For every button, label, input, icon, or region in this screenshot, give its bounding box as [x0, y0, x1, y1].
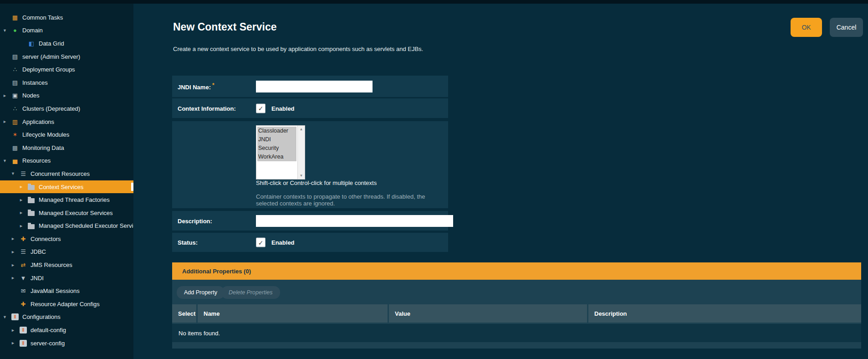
- listbox-scrollbar[interactable]: ▲ ▼: [297, 126, 305, 179]
- sidebar-item-monitoring-data[interactable]: ▩Monitoring Data: [0, 141, 133, 154]
- context-option-jndi[interactable]: JNDI: [257, 135, 296, 144]
- config-icon: ‖: [20, 327, 27, 333]
- collapsed-arrow-icon[interactable]: ►: [11, 263, 19, 267]
- sidebar-item-label: Context Services: [39, 184, 83, 190]
- context-information-enabled-label: Enabled: [271, 105, 295, 112]
- scroll-down-icon[interactable]: ▼: [300, 174, 303, 178]
- properties-table: SelectNameValueDescription No items foun…: [172, 304, 861, 342]
- javamail-sessions-icon: ✉: [19, 287, 28, 295]
- context-option-classloader[interactable]: Classloader: [257, 127, 296, 135]
- collapsed-arrow-icon[interactable]: ►: [11, 276, 19, 280]
- sidebar-item-deployment-groups[interactable]: ∴Deployment Groups: [0, 63, 133, 76]
- jdbc-icon: ☰: [19, 248, 28, 256]
- sidebar-item-configurations[interactable]: ▼‖Configurations: [0, 311, 133, 324]
- folder-icon: [28, 198, 35, 203]
- configurations-icon: ‖: [11, 313, 19, 320]
- expanded-arrow-icon[interactable]: ▼: [3, 315, 10, 319]
- sidebar-item-jms-resources[interactable]: ►⇄JMS Resources: [0, 258, 133, 272]
- expanded-arrow-icon[interactable]: ▼: [3, 28, 10, 33]
- folder-icon: [28, 211, 35, 216]
- ok-button[interactable]: OK: [791, 18, 822, 37]
- sidebar-item-managed-executor-services[interactable]: ►Managed Executor Services: [0, 206, 133, 220]
- collapsed-arrow-icon[interactable]: ►: [19, 224, 27, 228]
- sidebar-item-label: Instances: [22, 79, 48, 86]
- sidebar-item-label: Connectors: [31, 236, 61, 242]
- sidebar-item-applications[interactable]: ►▥Applications: [0, 115, 133, 128]
- page-title: New Context Service: [173, 21, 277, 33]
- collapsed-arrow-icon[interactable]: ►: [19, 198, 27, 202]
- sidebar-item-domain[interactable]: ▼●Domain: [0, 24, 133, 37]
- sidebar-item-jndi[interactable]: ►▼JNDI: [0, 272, 133, 285]
- sidebar-item-managed-thread-factories[interactable]: ►Managed Thread Factories: [0, 193, 133, 206]
- collapsed-arrow-icon[interactable]: ►: [11, 328, 19, 333]
- sidebar-item-common-tasks[interactable]: ▦Common Tasks: [0, 11, 133, 24]
- status-label: Status:: [178, 239, 198, 246]
- collapsed-arrow-icon[interactable]: ►: [19, 210, 27, 215]
- status-row: Status: Enabled: [172, 233, 448, 252]
- context-information-enabled-checkbox[interactable]: [256, 103, 266, 113]
- expanded-arrow-icon[interactable]: ▼: [3, 159, 10, 163]
- collapsed-arrow-icon[interactable]: ►: [3, 93, 10, 98]
- required-marker: *: [212, 82, 214, 88]
- resource-adapter-configs-icon: ✚: [19, 300, 28, 308]
- status-enabled-checkbox[interactable]: [256, 238, 266, 247]
- clusters-icon: ∴: [10, 105, 20, 113]
- nodes-icon: ▣: [10, 92, 20, 99]
- instances-icon: ▤: [10, 79, 20, 87]
- contexts-hint: Shift-click or Control-click for multipl…: [256, 180, 377, 186]
- sidebar-item-server-admin-server[interactable]: ▤server (Admin Server): [0, 50, 133, 63]
- sidebar-item-label: Nodes: [22, 92, 40, 99]
- collapsed-arrow-icon[interactable]: ►: [3, 119, 10, 124]
- description-row: Description:: [172, 211, 448, 231]
- connectors-icon: ✚: [19, 235, 28, 243]
- sidebar-item-resources[interactable]: ▼▅Resources: [0, 154, 133, 168]
- jndi-name-label: JNDI Name:*: [178, 82, 214, 91]
- empty-table-message: No items found.: [172, 324, 861, 342]
- sidebar-item-data-grid[interactable]: ◧Data Grid: [0, 37, 133, 50]
- sidebar-item-context-services[interactable]: ►Context Services: [0, 180, 133, 194]
- sidebar-item-connectors[interactable]: ►✚Connectors: [0, 232, 133, 246]
- jndi-name-row: JNDI Name:*: [172, 76, 448, 97]
- sidebar-item-lifecycle-modules[interactable]: ✶Lifecycle Modules: [0, 128, 133, 141]
- sidebar-item-label: JDBC: [31, 248, 46, 255]
- sidebar-item-label: Resource Adapter Configs: [31, 301, 100, 308]
- jndi-icon: ▼: [19, 274, 28, 282]
- contexts-help-text: Container contexts to propagate to other…: [256, 193, 448, 207]
- sidebar-item-label: Data Grid: [39, 40, 64, 47]
- collapsed-arrow-icon[interactable]: ►: [11, 236, 19, 241]
- additional-properties-panel: Add Property Delete Properties SelectNam…: [172, 280, 861, 349]
- collapsed-arrow-icon[interactable]: ►: [11, 341, 19, 345]
- add-property-button[interactable]: Add Property: [177, 286, 225, 299]
- sidebar-item-label: JMS Resources: [31, 262, 72, 268]
- sidebar-item-jdbc[interactable]: ►☰JDBC: [0, 246, 133, 259]
- jndi-name-input[interactable]: [256, 81, 373, 92]
- delete-properties-button: Delete Properties: [221, 286, 280, 299]
- sidebar-item-label: Managed Thread Factories: [39, 196, 110, 203]
- sidebar-item-managed-scheduled-executor-services[interactable]: ►Managed Scheduled Executor Services: [0, 220, 133, 233]
- sidebar-item-javamail-sessions[interactable]: ✉JavaMail Sessions: [0, 284, 133, 297]
- folder-icon: [28, 185, 35, 190]
- collapsed-arrow-icon[interactable]: ►: [19, 185, 27, 189]
- applications-icon: ▥: [10, 118, 20, 126]
- sidebar-item-nodes[interactable]: ►▣Nodes: [0, 89, 133, 103]
- sidebar-item-label: Concurrent Resources: [31, 170, 90, 177]
- sidebar-item-server-config[interactable]: ►‖server-config: [0, 337, 133, 350]
- contexts-listbox[interactable]: ClassloaderJNDISecurityWorkArea ▲ ▼: [256, 125, 305, 180]
- cancel-button[interactable]: Cancel: [830, 18, 863, 37]
- expanded-arrow-icon[interactable]: ▼: [11, 171, 19, 176]
- sidebar-item-label: server-config: [31, 340, 65, 347]
- context-option-security[interactable]: Security: [257, 144, 296, 153]
- sidebar-item-default-config[interactable]: ►‖default-config: [0, 323, 133, 337]
- sidebar-item-clusters-deprecated[interactable]: ∴Clusters (Deprecated): [0, 102, 133, 115]
- sidebar-item-resource-adapter-configs[interactable]: ✚Resource Adapter Configs: [0, 297, 133, 311]
- sidebar-navigation-tree: ▦Common Tasks▼●Domain◧Data Grid▤server (…: [0, 4, 133, 359]
- scroll-up-icon[interactable]: ▲: [300, 127, 303, 131]
- collapsed-arrow-icon[interactable]: ►: [11, 250, 19, 254]
- sidebar-item-concurrent-resources[interactable]: ▼☰Concurrent Resources: [0, 167, 133, 180]
- description-input[interactable]: [256, 215, 453, 227]
- sidebar-item-label: Common Tasks: [22, 14, 63, 21]
- context-option-workarea[interactable]: WorkArea: [257, 153, 296, 161]
- lifecycle-modules-icon: ✶: [10, 131, 20, 138]
- monitoring-data-icon: ▩: [10, 144, 20, 152]
- sidebar-item-instances[interactable]: ▤Instances: [0, 76, 133, 89]
